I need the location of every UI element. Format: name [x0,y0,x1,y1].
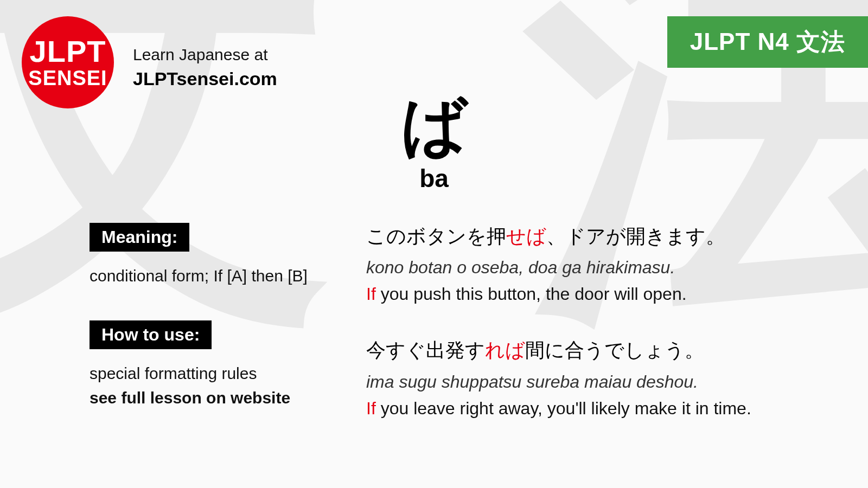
header-left: JLPT SENSEI Learn Japanese at JLPTsensei… [22,16,277,108]
ex2-en-rest: you leave right away, you'll likely make… [376,399,751,418]
example-2-english: If you leave right away, you'll likely m… [366,399,830,419]
jlpt-sensei-logo: JLPT SENSEI [22,16,114,108]
ex1-en-rest: you push this button, the door will open… [376,284,687,304]
site-name: JLPTsensei.com [133,68,277,89]
howto-line2: see full lesson on website [90,389,290,407]
howto-section: How to use: special formatting rules see… [90,320,312,410]
example-1-japanese: このボタンを押せば、ドアが開きます。 [366,223,830,250]
examples-column: このボタンを押せば、ドアが開きます。 kono botan o oseba, d… [366,223,830,451]
grammar-romaji: ba [0,164,868,193]
howto-text: special formatting rules see full lesson… [90,361,312,410]
ex1-jp-pre: このボタンを押 [366,225,506,247]
jlpt-level-badge: JLPT N4 文法 [667,16,868,68]
main-content: Meaning: conditional form; If [A] then [… [0,193,868,451]
left-column: Meaning: conditional form; If [A] then [… [90,223,312,451]
ex2-jp-highlight: れば [485,339,525,361]
meaning-label: Meaning: [90,223,189,252]
site-info: Learn Japanese at JLPTsensei.com [133,36,277,89]
meaning-section: Meaning: conditional form; If [A] then [… [90,223,312,288]
ex1-jp-post: 、ドアが開きます。 [546,225,725,247]
site-tagline: Learn Japanese at [133,46,277,64]
example-1-english: If you push this button, the door will o… [366,284,830,304]
ex1-jp-highlight: せば [506,225,546,247]
example-2-romaji: ima sugu shuppatsu sureba maiau deshou. [366,372,830,392]
example-2: 今すぐ出発すれば間に合うでしょう。 ima sugu shuppatsu sur… [366,337,830,418]
ex1-en-highlight: If [366,284,376,304]
example-2-japanese: 今すぐ出発すれば間に合うでしょう。 [366,337,830,364]
meaning-text: conditional form; If [A] then [B] [90,264,312,288]
howto-line1: special formatting rules [90,364,257,382]
logo-text-top: JLPT [30,36,106,67]
ex2-jp-pre: 今すぐ出発す [366,339,485,361]
ex2-en-highlight: If [366,399,376,418]
example-1-romaji: kono botan o oseba, doa ga hirakimasu. [366,258,830,278]
ex2-jp-post: 間に合うでしょう。 [525,339,704,361]
logo-text-bottom: SENSEI [28,68,107,88]
howto-label: How to use: [90,320,212,349]
example-1: このボタンを押せば、ドアが開きます。 kono botan o oseba, d… [366,223,830,304]
